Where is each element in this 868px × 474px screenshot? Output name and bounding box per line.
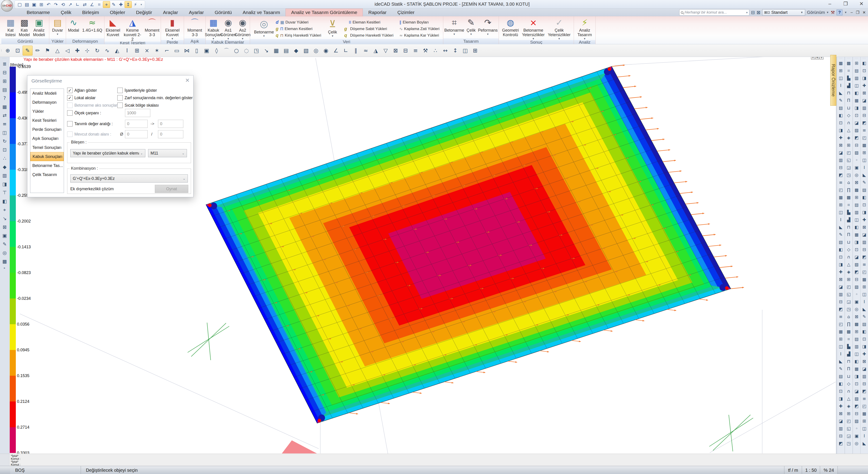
right-toolbar-icon[interactable]: ⊔ [845, 104, 852, 111]
right-toolbar-icon[interactable]: ◩ [837, 171, 844, 178]
right-toolbar-icon[interactable]: ⊟ [861, 112, 868, 119]
right-toolbar-icon[interactable]: ∏ [845, 321, 852, 327]
right-toolbar-icon[interactable]: ◨ [861, 343, 868, 350]
right-toolbar-icon[interactable]: ◇ [845, 246, 852, 253]
ribbon-item[interactable]: ◉As2 Görünen▼ [235, 17, 250, 40]
ribbon-veri-row[interactable]: ∿Kaplama Zati Yükleri [395, 26, 440, 32]
right-toolbar-icon[interactable]: ⊞ [837, 201, 844, 208]
dialog-close-icon[interactable]: ✕ [185, 77, 190, 84]
right-toolbar-icon[interactable]: ⊠ [861, 358, 868, 365]
right-toolbar-icon[interactable]: ◎ [853, 171, 860, 178]
draw-toolbar-icon[interactable]: ◁ [62, 45, 72, 56]
report-preview-tab[interactable]: Rapor Önizleme [830, 55, 836, 106]
left-toolbar-icon[interactable]: ? [1, 94, 9, 102]
ribbon-veri-row[interactable]: gΠEleman Kesitleri [275, 26, 321, 32]
left-toolbar-icon[interactable]: ▩ [1, 258, 9, 265]
right-toolbar-icon[interactable]: ◰ [845, 149, 852, 156]
right-toolbar-icon[interactable]: Π [845, 97, 852, 104]
right-toolbar-icon[interactable]: ◈ [845, 268, 852, 275]
right-toolbar-icon[interactable]: ∩ [845, 388, 852, 394]
draw-toolbar-icon[interactable]: ✎ [23, 45, 33, 56]
dialog-list-item[interactable]: Aşık Sonuçları [30, 134, 64, 143]
rebar-spacing-input[interactable] [158, 130, 183, 138]
right-toolbar-icon[interactable]: ◪ [853, 119, 860, 126]
right-toolbar-icon[interactable]: ⊠ [837, 410, 844, 417]
right-toolbar-icon[interactable]: ⌗ [845, 67, 852, 74]
right-toolbar-icon[interactable]: ▥ [861, 104, 868, 111]
right-toolbar-icon[interactable]: ⊔ [845, 373, 852, 380]
right-toolbar-icon[interactable]: ≡ [861, 395, 868, 402]
right-toolbar-icon[interactable]: ◪ [853, 253, 860, 260]
right-toolbar-icon[interactable]: ⊡ [837, 253, 844, 260]
right-toolbar-icon[interactable]: ▦ [837, 328, 844, 335]
menu-tab[interactable]: Analiz ve Tasarım Görüntüleme [285, 8, 363, 16]
app-logo-icon[interactable]: ideCAD [1, 0, 13, 12]
search-dropdown-icon[interactable]: ▾ [746, 11, 748, 14]
draw-toolbar-icon[interactable]: ⌐ [162, 45, 172, 56]
status-scale[interactable]: 1 : 50 [802, 466, 820, 474]
right-toolbar-icon[interactable]: ⊞ [845, 410, 852, 417]
child-close-button[interactable]: ✕ [863, 10, 866, 15]
draw-toolbar-icon[interactable]: ∿ [102, 45, 112, 56]
right-toolbar-icon[interactable]: ✎ [861, 179, 868, 186]
dialog-list-item[interactable]: Perde Sonuçları [30, 125, 64, 134]
right-toolbar-icon[interactable]: ✚ [861, 216, 868, 223]
draw-toolbar-icon[interactable]: ▤ [281, 45, 291, 56]
right-toolbar-icon[interactable]: ⊞ [853, 60, 860, 66]
right-toolbar-icon[interactable]: ▦ [853, 231, 860, 238]
ribbon-veri-row[interactable]: q⊓Kiriş Hareketli Yükleri [275, 32, 321, 39]
menu-tab[interactable]: Betonarme [21, 8, 55, 16]
ribbon-item[interactable]: ◉As1 Görünen▼ [221, 17, 236, 40]
component-combo[interactable]: Yapı ile beraber çözülen kabuk elemanlar… [70, 149, 145, 157]
right-toolbar-icon[interactable]: ⊞ [853, 328, 860, 335]
quick-toolbar-icon[interactable]: ↶ [45, 1, 52, 8]
ribbon-item[interactable]: ▤Duvar▼ [51, 17, 64, 38]
menu-tab[interactable]: Raporlar [363, 8, 392, 16]
right-toolbar-icon[interactable]: ◩ [837, 306, 844, 312]
right-toolbar-icon[interactable]: ⊡ [853, 112, 860, 119]
left-toolbar-overflow-icon[interactable]: ▸ [4, 266, 5, 270]
right-toolbar-icon[interactable]: ▟ [845, 82, 852, 89]
right-toolbar-icon[interactable]: ▙ [845, 74, 852, 81]
right-toolbar-icon[interactable]: ◪ [853, 388, 860, 394]
right-toolbar-icon[interactable]: ▩ [853, 186, 860, 193]
left-toolbar-icon[interactable]: ⌖ [1, 206, 9, 214]
right-toolbar-icon[interactable]: ◱ [845, 291, 852, 297]
minimize-button[interactable]: – [827, 1, 833, 7]
quick-toolbar-overflow-icon[interactable]: ▾ [139, 3, 144, 6]
right-toolbar-icon[interactable]: ◫ [837, 209, 844, 216]
right-toolbar-icon[interactable]: ▥ [837, 157, 844, 163]
draw-toolbar-icon[interactable]: △ [53, 45, 62, 56]
right-toolbar-icon[interactable]: ▤ [853, 67, 860, 74]
right-toolbar-icon[interactable]: ⊞ [845, 276, 852, 283]
right-toolbar-icon[interactable]: ▤ [861, 321, 868, 327]
right-toolbar-icon[interactable]: ✚ [861, 82, 868, 89]
right-toolbar-icon[interactable]: ⊡ [853, 246, 860, 253]
right-toolbar-icon[interactable]: ◣ [837, 90, 844, 96]
right-toolbar-icon[interactable]: ⊟ [853, 410, 860, 417]
right-toolbar-icon[interactable]: △ [845, 261, 852, 268]
right-toolbar-icon[interactable]: ✎ [837, 231, 844, 238]
right-toolbar-icon[interactable]: ◰ [837, 321, 844, 327]
right-toolbar-icon[interactable]: ◎ [853, 440, 860, 447]
right-toolbar-icon[interactable]: ◨ [861, 74, 868, 81]
right-toolbar-icon[interactable]: ▣ [853, 164, 860, 171]
right-toolbar-icon[interactable]: ◳ [845, 306, 852, 312]
draw-toolbar-icon[interactable]: ◭ [112, 45, 122, 56]
right-toolbar-icon[interactable]: ⊠ [853, 179, 860, 186]
right-toolbar-icon[interactable]: ◲ [845, 164, 852, 171]
ribbon-item[interactable]: ▦Kat listesi [4, 17, 17, 38]
draw-toolbar-icon[interactable]: ◌ [241, 45, 251, 56]
quick-toolbar-icon[interactable]: ▢ [16, 1, 23, 8]
range-from-input[interactable] [125, 120, 148, 128]
help-button[interactable]: ? [837, 9, 842, 15]
right-toolbar-icon[interactable]: ▣ [853, 433, 860, 439]
right-toolbar-icon[interactable]: ◫ [837, 343, 844, 350]
right-toolbar-icon[interactable]: ◨ [861, 209, 868, 216]
right-toolbar-icon[interactable]: ⊞ [845, 141, 852, 149]
ribbon-veri-row[interactable]: ∥Eleman Boyları [395, 19, 440, 26]
right-toolbar-icon[interactable]: ◨ [853, 239, 860, 245]
right-toolbar-icon[interactable]: ⊟ [837, 433, 844, 439]
quick-toolbar-icon[interactable]: ▤ [23, 1, 31, 8]
draw-toolbar-icon[interactable]: ▭ [172, 45, 182, 56]
